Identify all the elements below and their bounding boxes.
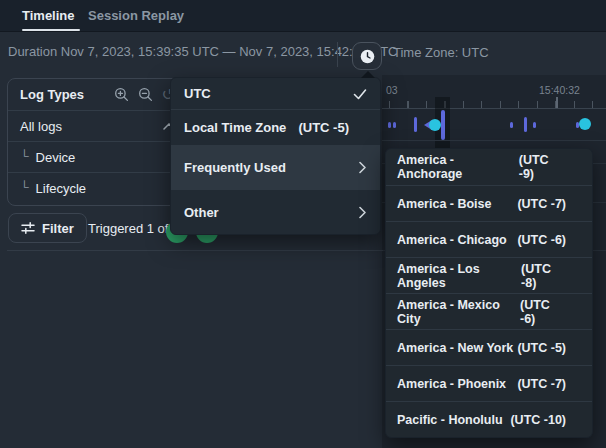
session-event-circle-marker[interactable] [429, 119, 441, 131]
menu-item-label: Local Time Zone [184, 120, 286, 135]
submenu-item-label: America - Chicago [397, 233, 507, 247]
submenu-item-label: America - Phoenix [397, 377, 506, 391]
submenu-item-offset: (UTC -6) [517, 233, 566, 247]
event-bar-marker[interactable] [414, 117, 417, 132]
event-dot-marker[interactable] [388, 122, 391, 128]
menu-item-other[interactable]: Other [171, 190, 380, 234]
filter-button[interactable]: Filter [8, 213, 87, 243]
chevron-right-icon [353, 161, 367, 174]
event-dot-marker[interactable] [533, 122, 536, 128]
menu-item-offset: (UTC -5) [298, 120, 349, 135]
zoom-in-icon[interactable] [114, 87, 129, 102]
timeline-timestamp: 03 [386, 84, 398, 96]
submenu-item-honolulu[interactable]: Pacific - Honolulu (UTC -10) [386, 401, 592, 437]
log-type-label: Device [36, 150, 76, 165]
tab-session-replay[interactable]: Session Replay [88, 0, 184, 31]
submenu-item-label: Pacific - Honolulu [397, 413, 503, 427]
timeline-timestamp: 15:40:32 [539, 84, 580, 96]
menu-item-label: Other [184, 205, 219, 220]
tab-bar: Timeline Session Replay [0, 0, 606, 32]
timezone-submenu: America - Anchorage (UTC -9) America - B… [385, 148, 593, 438]
tree-branch-icon: └ [20, 149, 29, 163]
log-types-header: Log Types ↺ [8, 79, 187, 110]
timezone-label: Time Zone: UTC [393, 45, 489, 60]
submenu-item-offset: (UTC -9) [519, 153, 566, 181]
submenu-item-offset: (UTC -7) [517, 197, 566, 211]
log-type-row-all-logs[interactable]: All logs [8, 110, 187, 141]
log-type-label: Lifecycle [36, 181, 87, 196]
log-types-panel: Log Types ↺ All logs [7, 78, 188, 206]
tab-timeline[interactable]: Timeline [22, 0, 75, 31]
submenu-item-label: America - Boise [397, 197, 491, 211]
selected-event-marker[interactable] [441, 110, 445, 140]
section-divider [7, 250, 383, 251]
checkmark-icon [353, 88, 367, 100]
log-type-label: All logs [20, 119, 62, 134]
menu-item-frequently-used[interactable]: Frequently Used [171, 146, 380, 189]
clock-icon [359, 48, 376, 65]
menu-item-label: Frequently Used [184, 160, 286, 175]
session-replay-app: Timeline Session Replay Duration Nov 7, … [0, 0, 606, 448]
log-type-row-lifecycle[interactable]: └ Lifecycle [8, 172, 187, 203]
event-bar-marker[interactable] [524, 117, 527, 132]
filter-sliders-icon [21, 221, 35, 235]
submenu-item-boise[interactable]: America - Boise (UTC -7) [386, 185, 592, 221]
menu-item-label: UTC [184, 86, 211, 101]
timezone-clock-button[interactable] [352, 42, 382, 70]
active-tab-underline [22, 29, 80, 31]
log-types-title: Log Types [20, 87, 84, 102]
event-dot-marker[interactable] [393, 122, 396, 128]
log-type-row-device[interactable]: └ Device [8, 141, 187, 172]
filter-button-label: Filter [42, 221, 74, 236]
timeline-row-divider [382, 140, 606, 141]
timeline-ruler-ticks [389, 101, 606, 108]
submenu-item-offset: (UTC -7) [517, 377, 566, 391]
menu-item-utc[interactable]: UTC [171, 78, 380, 109]
timeline-ruler-baseline [382, 108, 606, 109]
submenu-item-chicago[interactable]: America - Chicago (UTC -6) [386, 221, 592, 257]
submenu-item-new-york[interactable]: America - New York (UTC -5) [386, 329, 592, 365]
submenu-item-label: America - Mexico City [397, 298, 520, 326]
menu-item-local-time-zone[interactable]: Local Time Zone (UTC -5) [171, 110, 380, 145]
zoom-out-icon[interactable] [138, 87, 153, 102]
submenu-item-mexico-city[interactable]: America - Mexico City (UTC -6) [386, 293, 592, 329]
timezone-menu: UTC Local Time Zone (UTC -5) Frequently … [170, 77, 381, 235]
submenu-item-anchorage[interactable]: America - Anchorage (UTC -9) [386, 149, 592, 185]
submenu-item-los-angeles[interactable]: America - Los Angeles (UTC -8) [386, 257, 592, 293]
submenu-item-offset: (UTC -5) [517, 341, 566, 355]
submenu-item-label: America - Anchorage [397, 153, 519, 181]
submenu-item-label: America - Los Angeles [397, 262, 521, 290]
toolbar-divider [337, 42, 338, 67]
submenu-item-offset: (UTC -10) [510, 413, 566, 427]
chevron-right-icon [353, 206, 367, 219]
menu-caret [361, 71, 375, 78]
submenu-item-offset: (UTC -6) [520, 298, 566, 326]
event-dot-marker[interactable] [510, 122, 513, 128]
submenu-item-label: America - New York [397, 341, 513, 355]
tree-branch-icon: └ [20, 180, 29, 194]
session-event-circle-marker[interactable] [579, 118, 591, 130]
submenu-item-offset: (UTC -8) [521, 262, 566, 290]
submenu-item-phoenix[interactable]: America - Phoenix (UTC -7) [386, 365, 592, 401]
duration-text: Duration Nov 7, 2023, 15:39:35 UTC — Nov… [8, 44, 398, 59]
